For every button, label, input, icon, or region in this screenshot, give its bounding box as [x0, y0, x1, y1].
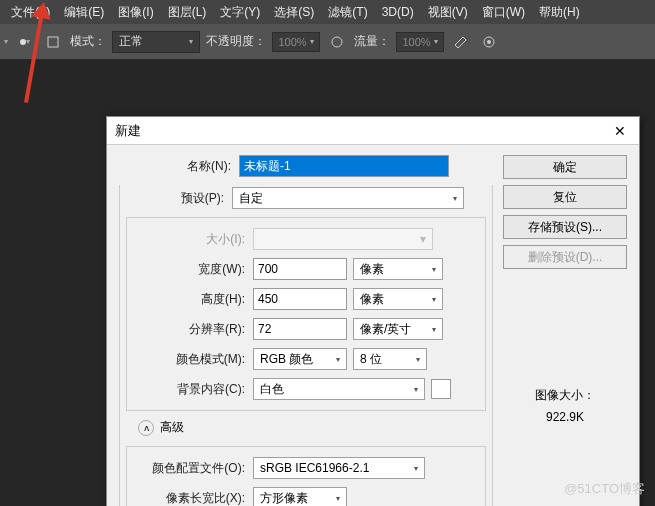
height-label: 高度(H): [133, 291, 253, 308]
reset-button[interactable]: 复位 [503, 185, 627, 209]
menu-edit[interactable]: 编辑(E) [57, 4, 111, 21]
name-input[interactable] [239, 155, 449, 177]
pressure-opacity-icon[interactable] [326, 31, 348, 53]
resolution-label: 分辨率(R): [133, 321, 253, 338]
bg-select[interactable]: 白色▾ [253, 378, 425, 400]
preset-select[interactable]: 自定▾ [232, 187, 464, 209]
name-label: 名称(N): [119, 158, 239, 175]
tool-caret-icon[interactable]: ▾ [4, 37, 8, 46]
mode-dropdown[interactable]: 正常▾ [112, 31, 200, 53]
mode-label: 模式： [70, 33, 106, 50]
menu-filter[interactable]: 滤镜(T) [321, 4, 374, 21]
ok-button[interactable]: 确定 [503, 155, 627, 179]
resolution-unit-select[interactable]: 像素/英寸▾ [353, 318, 443, 340]
resolution-input[interactable] [253, 318, 347, 340]
menu-window[interactable]: 窗口(W) [475, 4, 532, 21]
size-select: ▾ [253, 228, 433, 250]
svg-point-3 [487, 40, 491, 44]
aspect-select[interactable]: 方形像素▾ [253, 487, 347, 506]
flow-label: 流量： [354, 33, 390, 50]
svg-rect-0 [48, 37, 58, 47]
menu-help[interactable]: 帮助(H) [532, 4, 587, 21]
close-icon[interactable]: ✕ [609, 120, 631, 142]
colormode-label: 颜色模式(M): [133, 351, 253, 368]
menu-type[interactable]: 文字(Y) [213, 4, 267, 21]
colormode-select[interactable]: RGB 颜色▾ [253, 348, 347, 370]
menu-select[interactable]: 选择(S) [267, 4, 321, 21]
height-input[interactable] [253, 288, 347, 310]
brush-panel-button[interactable] [42, 31, 64, 53]
save-preset-button[interactable]: 存储预设(S)... [503, 215, 627, 239]
flow-value[interactable]: 100%▾ [396, 32, 444, 52]
bg-color-swatch[interactable] [431, 379, 451, 399]
aspect-label: 像素长宽比(X): [133, 490, 253, 507]
width-unit-select[interactable]: 像素▾ [353, 258, 443, 280]
new-dialog: 新建 ✕ 名称(N): 预设(P): 自定▾ 大小(I): ▾ [106, 116, 640, 506]
width-input[interactable] [253, 258, 347, 280]
width-label: 宽度(W): [133, 261, 253, 278]
airbrush-icon[interactable] [450, 31, 472, 53]
profile-select[interactable]: sRGB IEC61966-2.1▾ [253, 457, 425, 479]
chevron-up-icon: ʌ [138, 420, 154, 436]
profile-label: 颜色配置文件(O): [133, 460, 253, 477]
height-unit-select[interactable]: 像素▾ [353, 288, 443, 310]
menu-view[interactable]: 视图(V) [421, 4, 475, 21]
imagesize-value: 922.9K [503, 407, 627, 429]
bitdepth-select[interactable]: 8 位▾ [353, 348, 427, 370]
advanced-toggle[interactable]: ʌ 高级 [138, 419, 486, 436]
size-label: 大小(I): [133, 231, 253, 248]
menu-3d[interactable]: 3D(D) [375, 5, 421, 19]
dialog-title: 新建 [115, 122, 141, 140]
bg-label: 背景内容(C): [133, 381, 253, 398]
delete-preset-button: 删除预设(D)... [503, 245, 627, 269]
watermark: @51CTO博客 [564, 480, 645, 498]
opacity-value[interactable]: 100%▾ [272, 32, 320, 52]
advanced-label: 高级 [160, 419, 184, 436]
svg-point-1 [332, 37, 342, 47]
preset-label: 预设(P): [126, 190, 232, 207]
menu-layer[interactable]: 图层(L) [161, 4, 214, 21]
menu-image[interactable]: 图像(I) [111, 4, 160, 21]
imagesize-label: 图像大小： [503, 385, 627, 407]
pressure-size-icon[interactable] [478, 31, 500, 53]
opacity-label: 不透明度： [206, 33, 266, 50]
